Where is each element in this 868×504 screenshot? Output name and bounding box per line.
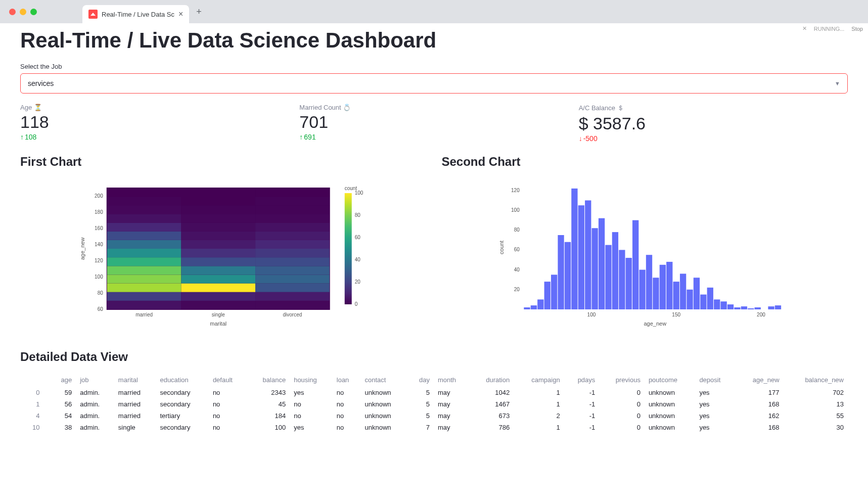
svg-text:married: married [135,312,153,317]
svg-rect-17 [181,257,255,266]
second-chart-title: Second Chart [442,155,848,169]
svg-rect-23 [181,240,255,249]
svg-rect-11 [181,274,255,283]
svg-rect-27 [255,232,330,240]
svg-rect-84 [659,265,665,309]
table-row[interactable]: 1038admin.singlesecondaryno100yesnounkno… [20,422,848,433]
svg-text:60: 60 [355,235,361,240]
svg-rect-66 [537,299,543,309]
metric-age-label: Age ⏳ [20,104,289,111]
svg-rect-20 [181,249,255,257]
table-header[interactable]: education [156,373,208,387]
svg-rect-81 [639,270,645,309]
svg-text:age_new: age_new [644,320,666,327]
svg-text:200: 200 [757,312,765,317]
svg-rect-10 [107,274,181,283]
svg-rect-19 [107,249,181,257]
svg-text:140: 140 [95,242,103,247]
table-header[interactable]: pdays [564,373,600,387]
svg-rect-6 [255,292,330,301]
table-header[interactable]: day [408,373,434,387]
svg-rect-96 [741,306,747,309]
svg-rect-56 [345,193,352,304]
svg-rect-15 [255,266,330,274]
close-window-button[interactable] [9,9,16,15]
table-header[interactable]: deposit [695,373,736,387]
minimize-window-button[interactable] [20,9,26,15]
svg-rect-22 [107,240,181,249]
svg-rect-39 [255,197,330,205]
data-table-wrapper[interactable]: agejobmaritaleducationdefaultbalancehous… [20,373,848,433]
metric-married-delta: ↑691 [299,133,568,141]
svg-rect-9 [255,284,330,292]
svg-rect-69 [558,235,564,309]
svg-rect-37 [107,197,181,205]
table-header[interactable]: campaign [514,373,564,387]
table-row[interactable]: 156admin.marriedsecondaryno45nonounknown… [20,398,848,410]
table-row[interactable]: 059admin.marriedsecondaryno2343yesnounkn… [20,387,848,398]
histogram-chart[interactable]: 20406080100120100150200age_newcount [442,178,848,330]
svg-rect-91 [707,288,713,309]
svg-text:100: 100 [511,207,520,213]
table-header[interactable]: age [50,373,76,387]
table-header[interactable]: default [209,373,247,387]
svg-rect-79 [625,258,631,309]
page-title: Real-Time / Live Data Science Dashboard [20,28,848,53]
table-header[interactable]: poutcome [645,373,695,387]
table-header[interactable]: loan [333,373,361,387]
svg-rect-93 [720,301,726,309]
svg-rect-75 [598,218,604,309]
metric-married-label: Married Count 💍 [299,104,568,111]
window-controls [9,9,37,15]
table-header[interactable]: duration [470,373,514,387]
svg-rect-35 [181,205,255,214]
table-header[interactable] [20,373,50,387]
job-select[interactable]: services ▼ [20,73,848,94]
table-header[interactable]: previous [599,373,645,387]
svg-text:20: 20 [355,279,361,285]
svg-rect-89 [693,278,699,309]
table-header[interactable]: month [434,373,470,387]
svg-rect-30 [255,223,330,232]
svg-rect-32 [181,214,255,222]
svg-rect-7 [107,284,181,292]
stop-button[interactable]: Stop [851,26,863,32]
svg-text:200: 200 [95,193,103,199]
table-row[interactable]: 454admin.marriedtertiaryno184nonounknown… [20,410,848,422]
maximize-window-button[interactable] [30,9,37,15]
svg-rect-64 [524,307,530,309]
new-tab-button[interactable]: + [196,7,202,17]
table-title: Detailed Data View [20,350,848,364]
svg-rect-1 [107,301,181,309]
table-header[interactable]: age_new [736,373,784,387]
browser-tab[interactable]: Real-Time / Live Data Sc × [82,5,189,23]
table-header[interactable]: balance_new [784,373,848,387]
svg-rect-3 [255,301,330,309]
browser-tab-bar: Real-Time / Live Data Sc × + [0,0,868,23]
table-header[interactable]: job [76,373,114,387]
metric-married: Married Count 💍 701 ↑691 [299,104,568,143]
svg-rect-97 [748,308,754,309]
svg-rect-86 [673,282,679,309]
arrow-down-icon: ↓ [579,134,582,143]
svg-rect-16 [107,257,181,266]
svg-rect-21 [255,249,330,257]
svg-text:100: 100 [355,190,363,196]
svg-rect-12 [255,274,330,283]
arrow-up-icon: ↑ [20,133,24,141]
svg-rect-92 [714,299,720,309]
table-header[interactable]: marital [114,373,156,387]
svg-rect-71 [571,189,577,309]
table-header[interactable]: contact [361,373,408,387]
table-header[interactable]: housing [290,373,333,387]
close-tab-button[interactable]: × [178,10,183,19]
heatmap-chart[interactable]: 6080100120140160180200marriedsingledivor… [20,178,427,330]
svg-text:80: 80 [98,290,104,296]
svg-rect-2 [181,301,255,309]
svg-text:single: single [212,312,225,317]
svg-rect-101 [774,305,781,309]
streamlit-icon [88,10,98,19]
svg-text:60: 60 [514,247,520,252]
table-header[interactable]: balance [247,373,290,387]
svg-rect-8 [181,284,255,292]
